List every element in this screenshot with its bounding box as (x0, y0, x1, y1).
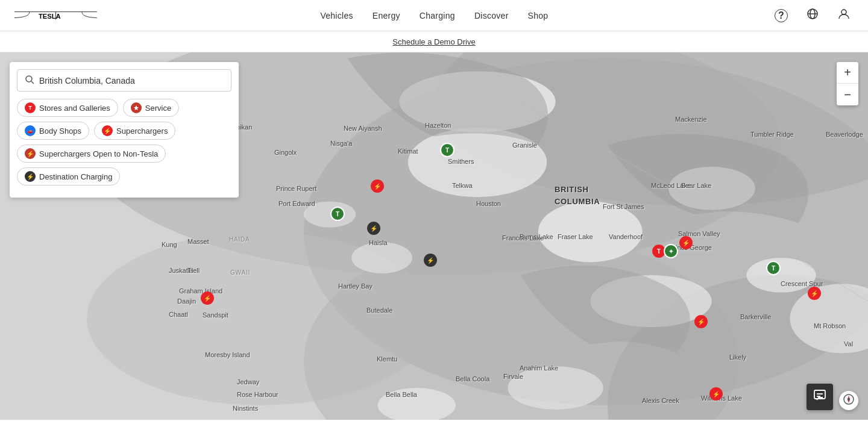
account-button[interactable] (834, 6, 854, 25)
map-marker-10[interactable]: ⚡ (424, 254, 437, 267)
help-button[interactable]: ? (772, 6, 791, 25)
nav-shop[interactable]: Shop (528, 11, 549, 20)
map-marker-1[interactable]: ⚡ (371, 179, 384, 193)
stores-icon: T (25, 102, 36, 113)
filter-open-tesla[interactable]: ⚡ Superchargers Open to Non-Tesla (17, 145, 166, 163)
filter-row-4: ⚡ Destination Charging (17, 167, 231, 186)
globe-icon (807, 8, 819, 23)
map-marker-0[interactable]: T (440, 143, 454, 157)
question-icon: ? (775, 9, 788, 22)
svg-point-27 (26, 76, 32, 82)
svg-point-33 (848, 399, 850, 401)
language-button[interactable] (803, 6, 822, 25)
open-tesla-icon: ⚡ (25, 148, 36, 159)
svg-point-23 (351, 242, 412, 273)
zoom-controls: + − (837, 62, 858, 105)
destination-label: Destination Charging (39, 172, 112, 181)
search-box[interactable] (17, 69, 231, 92)
map-marker-9[interactable]: ⚡ (709, 387, 723, 401)
map-marker-6[interactable]: ⚡ (679, 236, 693, 249)
svg-point-14 (538, 201, 643, 262)
zoom-out-button[interactable]: − (837, 84, 858, 105)
filter-destination[interactable]: ⚡ Destination Charging (17, 167, 120, 186)
destination-icon: ⚡ (25, 171, 36, 182)
sidebar: T Stores and Galleries Service 🚗 Body Sh… (10, 62, 239, 198)
body-label: Body Shops (39, 126, 81, 136)
nav-right-icons: ? (772, 6, 854, 25)
stores-label: Stores and Galleries (39, 104, 110, 113)
svg-point-19 (508, 366, 603, 410)
open-tesla-label: Superchargers Open to Non-Tesla (39, 149, 158, 158)
chat-button[interactable] (807, 384, 833, 410)
map-marker-2[interactable]: ⚡ (367, 222, 380, 235)
svg-line-28 (31, 81, 34, 84)
search-input[interactable] (39, 76, 224, 86)
svg-point-4 (841, 10, 846, 14)
supercharger-icon: ⚡ (102, 125, 113, 136)
map-marker-5[interactable]: ✦ (664, 244, 678, 258)
zoom-in-button[interactable]: + (837, 62, 858, 84)
nav-discover[interactable]: Discover (474, 11, 509, 20)
body-icon: 🚗 (25, 125, 36, 136)
nav-vehicles[interactable]: Vehicles (320, 11, 353, 20)
compass-icon (843, 393, 855, 408)
map-marker-7[interactable]: T (766, 261, 781, 275)
search-icon (25, 75, 34, 86)
filter-row-1: T Stores and Galleries Service (17, 99, 231, 117)
compass-button[interactable] (839, 391, 858, 410)
map-marker-11[interactable]: ⚡ (201, 292, 214, 305)
service-icon (131, 102, 142, 113)
svg-text:TESLA: TESLA (39, 12, 61, 19)
schedule-demo-link[interactable]: Schedule a Demo Drive (392, 37, 475, 46)
demo-bar: Schedule a Demo Drive (0, 31, 868, 52)
filter-row-3: ⚡ Superchargers Open to Non-Tesla (17, 145, 231, 163)
nav-energy[interactable]: Energy (373, 11, 400, 20)
map-marker-3[interactable]: T (330, 207, 345, 221)
person-icon (838, 8, 850, 23)
navbar: TESLA Vehicles Energy Charging Discover … (0, 0, 868, 31)
filter-body[interactable]: 🚗 Body Shops (17, 122, 89, 140)
filter-row-2: 🚗 Body Shops ⚡ Superchargers (17, 122, 231, 140)
filter-supercharger[interactable]: ⚡ Superchargers (94, 122, 175, 140)
map-container[interactable]: CraigKetchikanNew AiyanshHazeltonSmither… (0, 52, 868, 420)
map-marker-12[interactable]: ⚡ (808, 287, 821, 300)
tesla-logo[interactable]: TESLA (14, 11, 97, 20)
filter-stores[interactable]: T Stores and Galleries (17, 99, 118, 117)
nav-links: Vehicles Energy Charging Discover Shop (320, 11, 548, 20)
service-label: Service (145, 104, 171, 113)
svg-point-17 (746, 258, 816, 293)
filter-service[interactable]: Service (123, 99, 179, 117)
map-marker-8[interactable]: ⚡ (694, 315, 708, 328)
chat-icon (813, 389, 826, 405)
supercharger-label: Superchargers (116, 126, 168, 136)
nav-charging[interactable]: Charging (420, 11, 455, 20)
